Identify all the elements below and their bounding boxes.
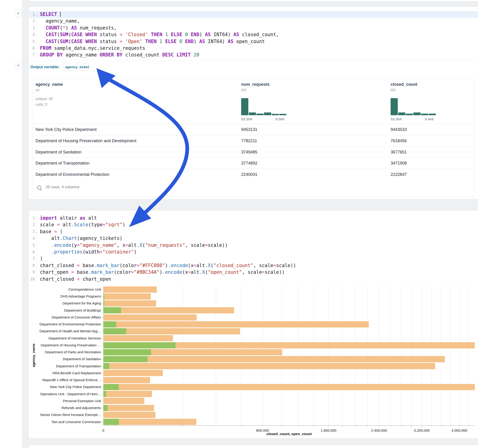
chart-gridline	[216, 286, 216, 425]
code-token: "num_requests"	[145, 243, 185, 248]
code-token: (width	[82, 249, 100, 255]
code-token: scale))	[276, 263, 296, 268]
code-token: AS	[199, 39, 205, 44]
code-token: "#FFC080"	[139, 263, 165, 268]
histogram-bar	[413, 112, 421, 115]
code-token: LIMIT	[176, 52, 191, 58]
code-token: scale))	[265, 269, 284, 275]
code-token: 0	[179, 39, 182, 44]
y-axis-tick	[102, 317, 103, 317]
code-token: THEN	[145, 39, 157, 44]
code-token: .encode	[51, 243, 71, 248]
code-token: 'Closed'	[125, 32, 148, 37]
y-axis-label: Department of Health and Mental Hyg…	[29, 328, 101, 335]
code-token: SUM	[60, 32, 68, 37]
code-token: .encode	[162, 269, 182, 275]
code-token: )	[159, 269, 162, 275]
chart-gridline	[329, 286, 329, 425]
cell-divider	[29, 61, 478, 61]
add-cell-button-top[interactable]: +	[14, 9, 22, 17]
y-axis-tick	[102, 415, 103, 415]
line-number: 1	[29, 11, 35, 18]
code-token: .X	[199, 269, 205, 275]
chevron-down-icon[interactable]: ⌄	[36, 229, 37, 235]
code-token: )	[165, 263, 168, 268]
y-axis-tick	[102, 331, 103, 332]
chart-gridline	[441, 286, 441, 425]
code-token: =	[77, 263, 80, 268]
code-token: =	[120, 39, 122, 44]
code-token: chart_closed	[40, 276, 77, 282]
histogram-bar	[391, 98, 398, 115]
y-axis-tick	[102, 394, 103, 394]
code-token: )	[122, 222, 125, 227]
chart-gridline	[459, 286, 459, 425]
code-token: (color	[114, 269, 131, 275]
table-cell: 3677651	[391, 147, 407, 158]
y-axis-label: Department of Homeless Services	[29, 335, 101, 342]
table-row: Department of Housing Preservation and D…	[33, 135, 474, 147]
output-variable-chip[interactable]: agency_tickets	[63, 63, 89, 71]
histogram-max-label: 9.5e6	[275, 117, 284, 121]
bar-open	[103, 349, 151, 355]
bar-open	[103, 328, 126, 334]
histogram-bar	[241, 98, 248, 115]
code-token	[182, 39, 185, 44]
column-stat: nulls: 0	[36, 103, 47, 107]
line-number: 8	[29, 262, 35, 269]
code-token: =	[205, 243, 208, 248]
histogram-bar	[249, 112, 256, 115]
chart-gridline	[412, 286, 412, 425]
code-token: )	[134, 249, 137, 255]
table-row: Department of Transportation377489234719…	[33, 157, 474, 169]
code-token	[40, 25, 46, 31]
code-token: SELECT	[40, 12, 57, 17]
code-token: chart_open	[80, 276, 111, 282]
code-token	[191, 52, 194, 58]
chevron-down-icon[interactable]: ⌄	[36, 11, 37, 18]
table-cell: Department of Environmental Protection	[36, 169, 109, 180]
code-line: 4 alt.Chart(agency_tickets)	[29, 235, 467, 242]
code-token: ELSE	[171, 32, 182, 37]
code-token: alt	[196, 263, 205, 268]
y-axis-tick	[102, 289, 103, 290]
y-axis-label: Mayorâ€ s Office of Special Enforce…	[29, 377, 101, 384]
code-text: scale = alt.Scale(type="sqrt")	[40, 221, 125, 228]
code-token: (	[68, 32, 71, 37]
code-text: import altair as alt	[40, 215, 97, 221]
code-token: INT64)	[211, 32, 233, 37]
histogram-min-label: 53,304	[241, 117, 252, 121]
code-token	[40, 32, 46, 37]
line-number: 1	[29, 215, 35, 221]
text-cursor	[60, 12, 61, 17]
code-token: , scale	[253, 263, 273, 268]
code-token: 20	[194, 52, 200, 58]
code-token: base	[80, 263, 94, 268]
line-number: 5	[29, 242, 35, 249]
sql-editor[interactable]: 1⌄SELECT 2 agency_name,3 COUNT(*) AS num…	[29, 11, 467, 59]
code-token: DESC	[162, 52, 174, 58]
chart-gridline	[390, 286, 391, 425]
code-token	[162, 39, 165, 44]
code-token: status	[97, 39, 120, 44]
code-token: closed_count,	[239, 32, 279, 37]
python-editor[interactable]: 1import altair as alt2scale = alt.Scale(…	[29, 215, 467, 283]
code-token: "open_count"	[208, 269, 242, 275]
bar-open	[103, 342, 176, 348]
code-token: ELSE	[165, 39, 176, 44]
histogram-bar	[272, 114, 279, 115]
code-token: =	[125, 243, 128, 248]
add-cell-button-output[interactable]: +	[14, 62, 22, 70]
code-token	[157, 39, 159, 44]
code-token: =	[100, 249, 102, 255]
code-line: 5 .encode(y="agency_name", x=alt.X("num_…	[29, 242, 467, 249]
code-token: =	[262, 269, 265, 275]
line-number: 3	[29, 228, 35, 235]
bar-closed	[103, 286, 157, 293]
code-token	[177, 39, 179, 44]
search-icon[interactable]	[37, 186, 41, 190]
code-token: AS	[71, 25, 77, 31]
code-text: alt.Chart(agency_tickets)	[40, 235, 122, 242]
y-axis-tick	[102, 324, 103, 324]
code-token: )	[65, 25, 71, 31]
